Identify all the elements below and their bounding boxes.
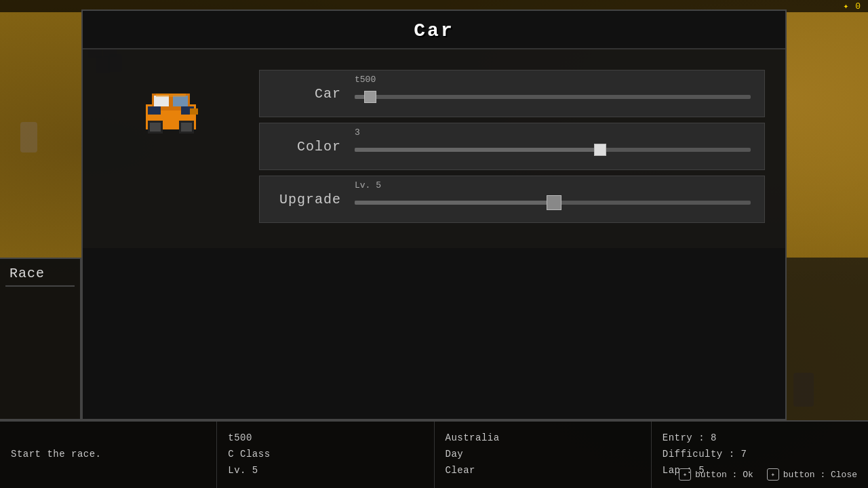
bottom-buttons: ✦ button : Ok ✦ button : Close [679, 461, 868, 488]
close-button[interactable]: ✦ button : Close [767, 468, 857, 481]
car-slider-container[interactable]: t500 [355, 88, 751, 99]
car-slider-value: t500 [355, 75, 376, 85]
svg-rect-6 [190, 108, 198, 115]
svg-rect-10 [181, 123, 191, 131]
modal-title: Car [83, 20, 785, 41]
right-side-panel [787, 258, 868, 420]
svg-rect-9 [150, 123, 160, 131]
start-info-text: Start the race. [11, 447, 205, 463]
upgrade-slider-fill [355, 201, 553, 205]
race-divider [5, 285, 75, 287]
race-title: Race [0, 259, 80, 285]
upgrade-slider-label: Upgrade [273, 192, 341, 207]
ok-button[interactable]: ✦ button : Ok [679, 468, 753, 481]
ok-icon: ✦ [679, 468, 691, 481]
start-info-panel: Start the race. [0, 422, 217, 488]
color-slider-thumb[interactable] [594, 144, 606, 156]
upgrade-slider-thumb[interactable] [547, 195, 561, 210]
modal-body: Car t500 Color 3 [83, 49, 785, 248]
race-conditions-text: AustraliaDayClear [446, 430, 640, 479]
car-stats-text: t500C ClassLv. 5 [228, 430, 422, 479]
color-slider-fill [355, 148, 600, 152]
figure-left-decor [20, 122, 37, 152]
modal-lower-area [83, 248, 785, 420]
upgrade-slider-row: Upgrade Lv. 5 [259, 176, 765, 223]
car-slider-label: Car [273, 86, 341, 102]
race-panel: Race [0, 258, 81, 420]
color-slider-track [355, 148, 751, 152]
svg-rect-4 [148, 106, 160, 115]
car-slider-row: Car t500 [259, 70, 765, 117]
car-slider-track [355, 95, 751, 99]
upgrade-slider-track [355, 201, 751, 205]
upgrade-slider-value: Lv. 5 [355, 180, 381, 190]
car-preview [103, 63, 239, 235]
color-slider-row: Color 3 [259, 123, 765, 170]
svg-rect-3 [173, 96, 188, 106]
svg-rect-2 [154, 96, 169, 106]
car-modal: Car [81, 9, 787, 420]
color-slider-value: 3 [355, 127, 360, 138]
color-slider-container[interactable]: 3 [355, 141, 751, 152]
modal-title-bar: Car [83, 11, 785, 49]
car-slider-thumb[interactable] [364, 91, 376, 103]
close-button-label: button : Close [783, 470, 857, 480]
color-slider-label: Color [273, 139, 341, 155]
close-icon: ✦ [767, 468, 779, 481]
ok-button-label: button : Ok [695, 470, 753, 480]
race-conditions-panel: AustraliaDayClear [435, 422, 652, 488]
car-sprite [137, 83, 205, 138]
car-stats-panel: t500C ClassLv. 5 [217, 422, 434, 488]
upgrade-slider-container[interactable]: Lv. 5 [355, 194, 751, 205]
currency-display: ✦ 0 [844, 1, 861, 12]
sliders-area: Car t500 Color 3 [259, 63, 765, 235]
svg-rect-11 [156, 94, 185, 97]
